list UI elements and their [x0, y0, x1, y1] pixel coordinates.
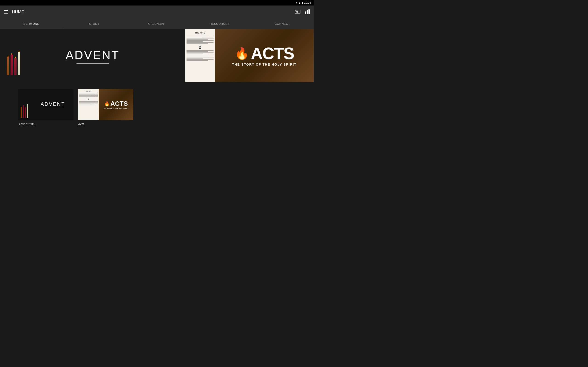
cast-icon[interactable]: [295, 9, 300, 15]
flame-icon: 🔥: [235, 48, 249, 59]
bible-text-lines-2: [187, 50, 214, 61]
series-card-acts[interactable]: THE ACTS 2: [78, 89, 133, 126]
signal-icon: ▲: [298, 1, 301, 4]
candle-1: [7, 57, 9, 75]
tab-chapter: 2: [88, 98, 89, 100]
thumb-advent-text: ADVENT: [40, 101, 65, 107]
thumb-candle-1: [21, 107, 22, 118]
thumb-candle-2: [23, 105, 24, 118]
advent-underline: [77, 63, 109, 64]
candle-4: [18, 52, 20, 75]
top-bar: HUMC: [0, 6, 314, 18]
acts-hero-subtitle: THE STORY OF THE HOLY SPIRIT: [232, 63, 297, 66]
advent-series-label: Advent 2015: [18, 122, 73, 126]
tab-sermons[interactable]: SERMONS: [0, 18, 63, 29]
app-title: HUMC: [12, 10, 295, 15]
tab-calendar[interactable]: CALENDAR: [125, 18, 188, 29]
thumb-candle-4: [27, 104, 28, 118]
svg-rect-2: [305, 11, 306, 14]
tab-resources[interactable]: RESOURCES: [188, 18, 251, 29]
thumb-advent-line: [43, 108, 63, 108]
hero-bible-panel[interactable]: THE ACTS 2: [185, 29, 215, 82]
candle-3: [14, 58, 17, 75]
status-bar: ▾ ▲ ▮ 10:26: [0, 0, 314, 6]
hero-acts-panel[interactable]: 🔥 ACTS THE STORY OF THE HOLY SPIRIT: [215, 29, 314, 82]
status-icons: ▾ ▲ ▮ 10:26: [296, 1, 311, 4]
acts-hero-title: ACTS: [251, 45, 294, 62]
candles-decoration: [7, 52, 20, 75]
status-time: 10:26: [304, 1, 311, 4]
tab-connect[interactable]: CONNECT: [251, 18, 314, 29]
nav-tabs: SERMONS STUDY CALENDAR RESOURCES CONNECT: [0, 18, 314, 29]
wifi-icon: ▾: [296, 1, 297, 4]
acts-thumbnail: THE ACTS 2: [78, 89, 133, 120]
svg-point-1: [295, 12, 295, 13]
top-actions: [295, 9, 310, 15]
thumb-acts-subtitle: THE STORY OF THE HOLY SPIRIT: [104, 108, 128, 109]
thumb-acts-text: ACTS: [110, 100, 128, 107]
acts-logo: 🔥 ACTS: [235, 45, 294, 62]
bible-text-lines: [187, 35, 214, 44]
battery-icon: ▮: [302, 1, 303, 4]
tab-bible-lines: [79, 93, 98, 97]
tab-study[interactable]: STUDY: [63, 18, 125, 29]
thumb-flame-icon: 🔥: [104, 101, 110, 106]
series-card-advent[interactable]: ADVENT Advent 2015: [18, 89, 73, 126]
hamburger-menu[interactable]: [4, 10, 8, 14]
candle-2: [10, 55, 13, 75]
thumb-acts-logo: 🔥 ACTS: [104, 100, 128, 107]
tab-acts-title: THE ACTS: [86, 90, 91, 92]
thumb-candle-3: [25, 107, 26, 118]
thumb-acts-main: 🔥 ACTS THE STORY OF THE HOLY SPIRIT: [99, 89, 133, 120]
thumb-acts-bible: THE ACTS 2: [78, 89, 99, 120]
svg-rect-3: [307, 10, 308, 14]
svg-rect-4: [309, 9, 310, 14]
hero-banner: ADVENT THE ACTS 2: [0, 29, 314, 82]
series-grid: ADVENT Advent 2015 THE ACTS: [0, 82, 314, 133]
advent-thumbnail: ADVENT: [18, 89, 73, 120]
thumb-candles: [21, 104, 28, 118]
advent-hero-title: ADVENT: [66, 48, 120, 62]
chart-icon[interactable]: [305, 9, 310, 15]
bible-acts-title: THE ACTS: [195, 32, 205, 34]
bible-chapter: 2: [199, 45, 201, 50]
hero-advent-panel[interactable]: ADVENT: [0, 29, 185, 82]
acts-series-label: Acts: [78, 122, 133, 126]
